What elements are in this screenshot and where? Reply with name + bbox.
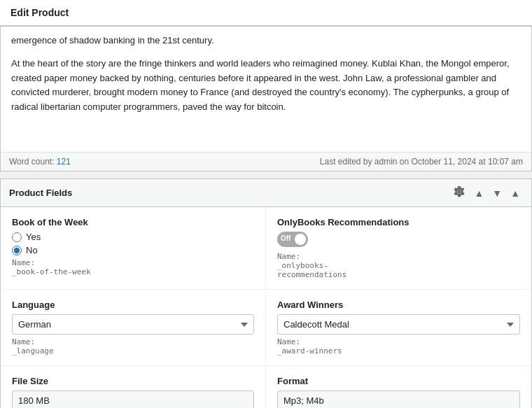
language-select[interactable]: German English French Spanish [12,314,254,335]
radio-yes-label: Yes [26,232,41,242]
section-controls: ▲ ▼ ▲ [450,185,523,201]
radio-yes[interactable]: Yes [12,232,254,242]
section-title: Product Fields [9,188,72,198]
field-language-name: Name: _language [12,337,254,356]
move-down-button[interactable]: ▼ [489,187,505,199]
field-book-of-week-label: Book of the Week [12,217,254,227]
product-fields-section: Product Fields ▲ ▼ ▲ Book of the Week [0,178,532,408]
field-book-of-week: Book of the Week Yes No Name: _book-of-t… [1,207,266,290]
collapse-button[interactable]: ▲ [507,187,523,199]
move-up-button[interactable]: ▲ [471,187,486,199]
field-file-size-label: File Size [12,376,254,386]
editor-section: emergence of shadow banking in the 21st … [0,26,532,171]
radio-no[interactable]: No [12,245,254,255]
field-award-name: Name: _award-winners [277,337,520,356]
editor-paragraph-1: emergence of shadow banking in the 21st … [11,34,521,48]
section-header: Product Fields ▲ ▼ ▲ [1,179,531,207]
radio-no-label: No [26,245,38,255]
format-input[interactable] [277,391,520,408]
gear-button[interactable] [450,185,468,201]
field-language-label: Language [12,300,254,310]
field-award-winners: Award Winners Caldecott Medal Newbery Me… [266,290,531,366]
field-file-size: File Size This field is for E-books and … [1,366,266,408]
field-onlybooks-name: Name: _onlybooks- recommendations [277,252,520,279]
toggle-knob [295,234,306,245]
toggle-off-label: Off [281,234,290,242]
last-edited-text: Last edited by admin on October 11, 2024… [320,157,523,167]
toggle-container: Off [277,232,520,249]
field-onlybooks-label: OnlyBooks Recommendations [277,217,520,227]
field-format-label: Format [277,376,520,386]
word-count-label: Word count: [9,157,54,167]
radio-group-book: Yes No [12,232,254,255]
toggle-switch[interactable]: Off [277,232,308,247]
page-wrapper: Edit Product emergence of shadow banking… [0,0,532,408]
page-title: Edit Product [10,7,69,18]
field-book-name: Name: _book-of-the-week [12,258,254,276]
file-size-input[interactable] [12,391,254,408]
radio-no-input[interactable] [12,246,22,255]
word-count-area: Word count: 121 [9,157,71,167]
page-header: Edit Product [0,0,532,26]
fields-grid: Book of the Week Yes No Name: _book-of-t… [1,207,531,408]
radio-yes-input[interactable] [12,232,22,242]
field-format: Format Name: format [266,366,531,408]
word-count-number: 121 [57,157,71,167]
editor-paragraph-2: At the heart of the story are the fringe… [11,57,521,115]
field-language: Language German English French Spanish N… [1,290,266,366]
editor-footer: Word count: 121 Last edited by admin on … [1,153,531,171]
editor-content[interactable]: emergence of shadow banking in the 21st … [1,27,531,153]
award-winners-select[interactable]: Caldecott Medal Newbery Medal Booker Pri… [277,314,520,335]
field-award-label: Award Winners [277,300,520,310]
field-onlybooks: OnlyBooks Recommendations Off Name: _onl… [266,207,531,290]
